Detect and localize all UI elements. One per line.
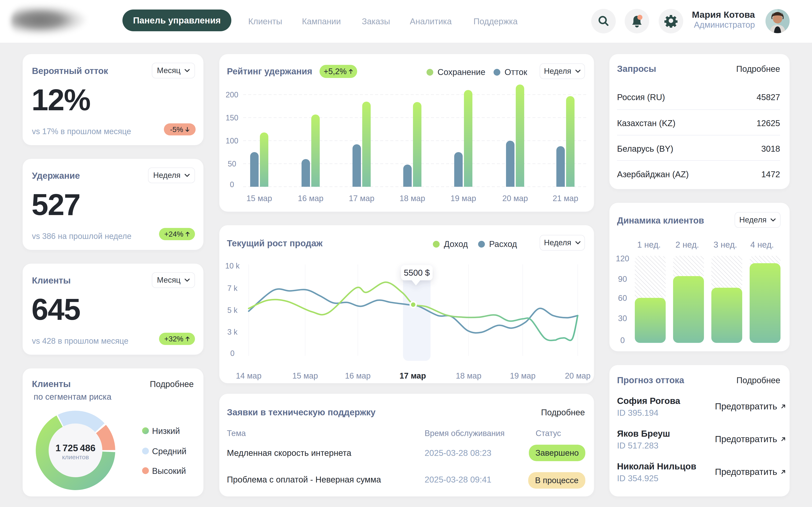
svg-text:90: 90 [618, 275, 627, 283]
svg-text:60: 60 [618, 294, 627, 302]
svg-text:5 k: 5 k [227, 306, 238, 315]
svg-text:10 k: 10 k [225, 262, 240, 270]
svg-text:7 k: 7 k [227, 284, 238, 293]
svg-text:0: 0 [230, 349, 235, 358]
svg-text:15 мар: 15 мар [292, 372, 318, 380]
svg-text:16 мар: 16 мар [345, 372, 370, 380]
svg-text:0: 0 [620, 336, 625, 345]
svg-text:200: 200 [225, 91, 238, 99]
svg-text:19 мар: 19 мар [510, 372, 536, 380]
svg-text:2 нед.: 2 нед. [675, 240, 699, 249]
svg-text:50: 50 [228, 160, 236, 168]
svg-text:20 мар: 20 мар [565, 372, 591, 380]
svg-text:3 нед.: 3 нед. [713, 240, 737, 249]
svg-text:15 мар: 15 мар [246, 194, 272, 203]
svg-text:17 мар: 17 мар [349, 194, 374, 203]
svg-text:100: 100 [225, 136, 238, 145]
svg-text:120: 120 [616, 254, 629, 263]
svg-text:14 мар: 14 мар [236, 372, 261, 380]
svg-text:16 мар: 16 мар [298, 194, 323, 203]
svg-text:5500 $: 5500 $ [404, 268, 430, 277]
svg-text:1 нед.: 1 нед. [637, 240, 661, 249]
svg-text:20 мар: 20 мар [502, 194, 528, 203]
svg-text:18 мар: 18 мар [399, 194, 425, 203]
svg-text:30: 30 [618, 314, 627, 323]
svg-text:150: 150 [225, 113, 238, 122]
svg-text:4 нед.: 4 нед. [750, 240, 774, 249]
svg-text:0: 0 [230, 180, 234, 189]
svg-text:17 мар: 17 мар [400, 372, 426, 380]
svg-text:19 мар: 19 мар [450, 194, 476, 203]
svg-text:18 мар: 18 мар [456, 372, 481, 380]
svg-text:21 мар: 21 мар [553, 194, 578, 203]
svg-text:3 k: 3 k [227, 328, 238, 336]
